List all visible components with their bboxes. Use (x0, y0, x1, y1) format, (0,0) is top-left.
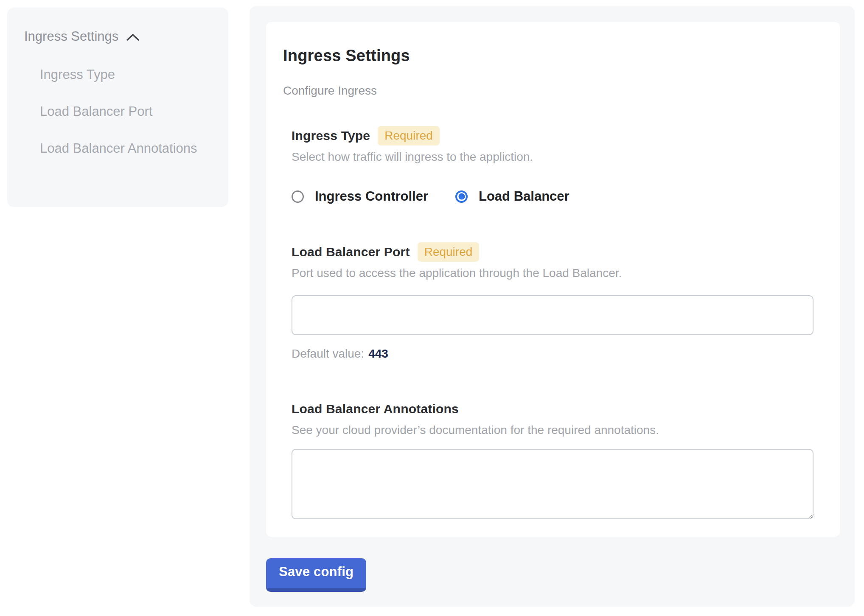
radio-option-ingress-controller[interactable]: Ingress Controller (292, 188, 428, 204)
load-balancer-annotations-help: See your cloud provider’s documentation … (292, 423, 814, 438)
form-sections: Ingress Type Required Select how traffic… (292, 126, 814, 519)
default-value-number: 443 (368, 347, 388, 360)
section-ingress-type: Ingress Type Required Select how traffic… (292, 126, 814, 204)
ingress-type-label: Ingress Type (292, 127, 370, 144)
load-balancer-annotations-label-row: Load Balancer Annotations (292, 399, 814, 419)
load-balancer-port-label-row: Load Balancer Port Required (292, 242, 814, 262)
sidebar-section-label: Ingress Settings (24, 27, 118, 46)
page-subtitle: Configure Ingress (283, 83, 814, 98)
sidebar-item-load-balancer-annotations[interactable]: Load Balancer Annotations (40, 137, 213, 159)
load-balancer-annotations-label: Load Balancer Annotations (292, 400, 459, 417)
default-value-label: Default value: (292, 347, 364, 360)
load-balancer-port-label: Load Balancer Port (292, 244, 410, 260)
save-config-button[interactable]: Save config (266, 558, 366, 592)
sidebar-item-ingress-type[interactable]: Ingress Type (40, 64, 213, 85)
settings-nav-sidebar: Ingress Settings Ingress Type Load Balan… (7, 8, 228, 207)
sidebar-section-toggle[interactable]: Ingress Settings (7, 8, 228, 46)
sidebar-item-load-balancer-port[interactable]: Load Balancer Port (40, 101, 213, 122)
section-load-balancer-port: Load Balancer Port Required Port used to… (292, 242, 814, 361)
load-balancer-port-input[interactable] (292, 295, 814, 335)
section-load-balancer-annotations: Load Balancer Annotations See your cloud… (292, 399, 814, 519)
default-value-line: Default value:443 (292, 346, 814, 361)
radio-button-unselected[interactable] (292, 190, 304, 203)
sidebar-nav-list: Ingress Type Load Balancer Port Load Bal… (7, 64, 228, 159)
ingress-type-label-row: Ingress Type Required (292, 126, 814, 146)
radio-button-selected[interactable] (455, 190, 468, 203)
chevron-up-icon (126, 34, 140, 41)
required-badge: Required (418, 242, 480, 262)
ingress-settings-card: Ingress Settings Configure Ingress Ingre… (266, 22, 840, 537)
radio-label-ingress-controller: Ingress Controller (315, 188, 428, 204)
main-panel: Ingress Settings Configure Ingress Ingre… (250, 6, 855, 607)
load-balancer-annotations-textarea[interactable] (292, 449, 814, 519)
load-balancer-port-help: Port used to access the application thro… (292, 266, 814, 281)
radio-option-load-balancer[interactable]: Load Balancer (455, 188, 569, 204)
ingress-type-radio-row: Ingress Controller Load Balancer (292, 188, 814, 204)
required-badge: Required (378, 126, 440, 146)
radio-label-load-balancer: Load Balancer (479, 188, 569, 204)
ingress-type-help: Select how traffic will ingress to the a… (292, 149, 814, 165)
page-title: Ingress Settings (283, 46, 814, 65)
